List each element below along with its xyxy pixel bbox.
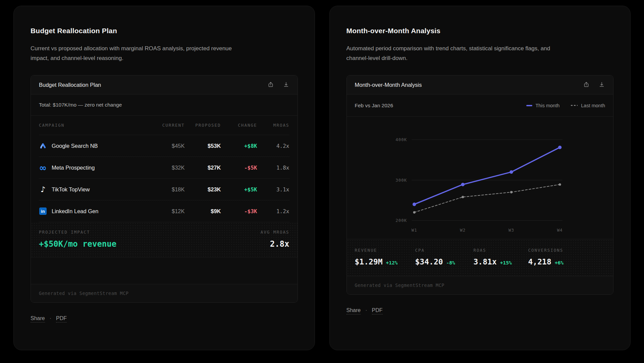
- svg-text:W3: W3: [508, 228, 514, 233]
- svg-text:200K: 200K: [395, 218, 407, 223]
- kpi-delta: +6%: [555, 260, 564, 265]
- proposed-cell: $9K: [185, 208, 221, 215]
- trend-chart-container: 200K300K400KW1W2W3W4: [347, 117, 613, 239]
- kpi-delta: +15%: [500, 260, 512, 265]
- mroas-cell: 1.2x: [257, 208, 289, 215]
- campaign-cell: inLinkedIn Lead Gen: [39, 207, 150, 215]
- tiktok-icon: ♪: [39, 185, 47, 193]
- share-button[interactable]: [583, 81, 590, 89]
- campaign-name: LinkedIn Lead Gen: [52, 208, 98, 215]
- campaign-cell: ♪TikTok TopView: [39, 185, 150, 193]
- linkedin-icon: in: [39, 207, 47, 215]
- share-icon: [267, 81, 274, 89]
- chart-legend: This monthLast month: [526, 103, 605, 108]
- kpi-label: CPA: [415, 248, 474, 253]
- kpi-roas: ROAS3.81x+15%: [474, 248, 528, 266]
- mroas-cell: 1.8x: [257, 165, 289, 171]
- kpi-value-row: 4,218+6%: [528, 257, 605, 266]
- download-icon: [598, 81, 605, 89]
- change-cell: +$8K: [221, 143, 257, 149]
- campaign-cell: Google Search NB: [39, 142, 150, 150]
- budget-reallocation-card: Budget Reallocation Plan Current vs prop…: [13, 6, 315, 350]
- budget-reallocation-widget: Budget Reallocation Plan Total: $107K/mo…: [31, 75, 298, 303]
- table-row: Google Search NB$45K$53K+$8K4.2x: [39, 135, 289, 157]
- share-button[interactable]: [267, 81, 274, 89]
- proposed-cell: $27K: [185, 165, 221, 171]
- campaign-table-body: Google Search NB$45K$53K+$8K4.2x∞Meta Pr…: [39, 135, 289, 222]
- legend-label: This month: [536, 103, 560, 108]
- svg-text:W4: W4: [557, 228, 562, 233]
- kpi-value: 3.81x: [474, 257, 497, 266]
- kpi-value-row: $34.20-8%: [415, 257, 474, 266]
- campaign-name: TikTok TopView: [52, 186, 90, 193]
- proposed-cell: $53K: [185, 143, 221, 149]
- period-row: Feb vs Jan 2026 This monthLast month: [347, 95, 613, 117]
- change-cell: -$5K: [221, 165, 257, 171]
- campaign-cell: ∞Meta Prospecting: [39, 164, 150, 172]
- widget-footer: Generated via SegmentStream MCP: [31, 284, 298, 302]
- widget-footer: Generated via SegmentStream MCP: [347, 276, 613, 294]
- kpi-value: $34.20: [415, 257, 443, 266]
- table-row: ♪TikTok TopView$18K$23K+$5K3.1x: [39, 179, 289, 200]
- kpi-revenue: REVENUE$1.29M+12%: [355, 248, 415, 266]
- kpi-conversions: CONVERSIONS4,218+6%: [528, 248, 605, 266]
- svg-text:W1: W1: [411, 228, 417, 233]
- current-cell: $18K: [150, 186, 185, 193]
- widget-body-spacer: [31, 258, 298, 284]
- svg-text:W2: W2: [460, 228, 466, 233]
- current-cell: $32K: [150, 165, 185, 171]
- projected-impact-section: PROJECTED IMPACT +$50K/mo revenue AVG MR…: [31, 222, 298, 258]
- kpi-delta: -8%: [446, 260, 455, 265]
- kpi-value: $1.29M: [355, 257, 383, 266]
- pdf-link[interactable]: PDF: [372, 307, 383, 314]
- kpi-cpa: CPA$34.20-8%: [415, 248, 474, 266]
- download-button[interactable]: [283, 81, 289, 89]
- widget-title: Budget Reallocation Plan: [39, 82, 101, 88]
- campaign-table: CAMPAIGNCURRENTPROPOSEDCHANGEMROAS Googl…: [31, 116, 298, 222]
- pdf-link[interactable]: PDF: [56, 315, 67, 322]
- column-header-proposed: PROPOSED: [185, 123, 221, 128]
- kpi-label: ROAS: [474, 248, 528, 253]
- kpi-value: 4,218: [528, 257, 551, 266]
- column-header-change: CHANGE: [221, 123, 257, 128]
- kpi-label: REVENUE: [355, 248, 415, 253]
- download-button[interactable]: [598, 81, 605, 89]
- change-cell: +$5K: [221, 186, 257, 193]
- proposed-cell: $23K: [185, 186, 221, 193]
- widget-title: Month-over-Month Analysis: [355, 82, 422, 88]
- solid-line-swatch: [526, 105, 532, 106]
- change-cell: -$3K: [221, 208, 257, 215]
- mom-analysis-widget: Month-over-Month Analysis Feb vs Jan 202…: [346, 75, 614, 294]
- share-icon: [583, 81, 590, 89]
- current-cell: $45K: [150, 143, 185, 149]
- period-label: Feb vs Jan 2026: [355, 103, 393, 109]
- total-summary: Total: $107K/mo — zero net change: [31, 95, 298, 116]
- google-ads-icon: [39, 142, 47, 150]
- page-title: Budget Reallocation Plan: [31, 27, 298, 35]
- svg-text:300K: 300K: [395, 178, 407, 183]
- download-icon: [283, 81, 289, 89]
- projected-impact: PROJECTED IMPACT +$50K/mo revenue: [39, 230, 116, 249]
- legend-item-this-month[interactable]: This month: [526, 103, 560, 108]
- column-header-campaign: CAMPAIGN: [39, 123, 150, 128]
- share-link[interactable]: Share: [346, 307, 361, 314]
- dashed-line-swatch: [571, 105, 578, 106]
- widget-actions: [267, 81, 289, 89]
- current-cell: $12K: [150, 208, 185, 215]
- avg-mroas-value: 2.8x: [261, 239, 289, 249]
- table-row: ∞Meta Prospecting$32K$27K-$5K1.8x: [39, 157, 289, 179]
- widget-actions: [583, 81, 605, 89]
- projected-impact-label: PROJECTED IMPACT: [39, 230, 116, 235]
- export-links: Share · PDF: [346, 307, 614, 314]
- campaign-name: Google Search NB: [52, 143, 98, 149]
- meta-icon: ∞: [39, 164, 47, 172]
- kpi-value-row: 3.81x+15%: [474, 257, 528, 266]
- share-link[interactable]: Share: [31, 315, 45, 322]
- link-separator: ·: [50, 315, 51, 321]
- legend-label: Last month: [581, 103, 605, 108]
- mroas-cell: 4.2x: [257, 143, 289, 149]
- projected-impact-value: +$50K/mo revenue: [39, 239, 116, 249]
- card-description: Current vs proposed allocation with marg…: [31, 44, 237, 63]
- legend-item-last-month[interactable]: Last month: [571, 103, 605, 108]
- mom-chart: 200K300K400KW1W2W3W4: [355, 125, 605, 235]
